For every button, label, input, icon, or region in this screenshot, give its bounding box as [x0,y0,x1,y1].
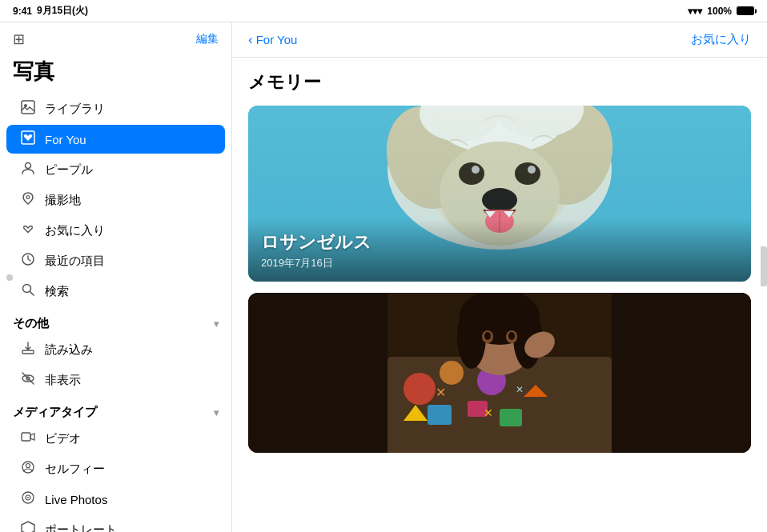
sidebar-item-for-you[interactable]: For You [6,125,225,154]
back-button[interactable]: ‹ For You [248,32,297,48]
sidebar-header-left: ⊞ [13,30,25,48]
content-nav: ‹ For You お気に入り [232,22,767,58]
sidebar-item-label-live-photos: Live Photos [45,493,212,506]
selfie-icon [19,460,37,478]
places-icon [19,191,37,209]
sidebar-item-portrait[interactable]: ポートレート [6,515,225,532]
svg-rect-7 [22,350,34,354]
sidebar-item-recent[interactable]: 最近の項目 [6,246,225,275]
svg-line-10 [22,373,34,384]
svg-text:✕: ✕ [484,406,493,419]
import-icon [19,341,37,358]
sidebar-title: 写真 [0,54,231,94]
left-indicator-dot [6,274,13,281]
sidebar-item-selfie[interactable]: セルフィー [6,454,225,483]
svg-point-1 [24,104,27,107]
search-icon [19,282,37,300]
content-area: ‹ For You お気に入り メモリー [232,22,767,532]
wifi-icon: ▾▾▾ [688,6,702,17]
sidebar-item-label-import: 読み込み [45,342,212,358]
main-layout: ⊞ 編集 写真 ライブラリ [0,22,767,532]
content-title: メモリー [248,70,751,94]
chevron-down-icon-2: ▾ [214,407,219,418]
back-label: For You [256,33,298,46]
svg-point-4 [26,196,30,199]
svg-rect-11 [22,433,30,441]
sidebar-item-people[interactable]: ピープル [6,155,225,184]
video-icon [19,430,37,447]
side-button[interactable] [761,246,767,286]
memory-overlay-1: ロサンゼルス 2019年7月16日 [248,219,751,282]
date: 9月15日(火) [37,4,88,18]
favorite-button[interactable]: お気に入り [691,32,751,47]
sidebar-item-places[interactable]: 撮影地 [6,186,225,214]
status-right: ▾▾▾ 100% [688,6,754,17]
svg-point-56 [457,305,486,369]
chevron-down-icon: ▾ [214,318,219,330]
sidebar-item-label-favorites: お気に入り [45,223,212,238]
sidebar-item-label-places: 撮影地 [45,193,212,208]
sidebar-item-label-recent: 最近の項目 [45,254,212,269]
svg-rect-63 [248,293,388,453]
sidebar-item-library[interactable]: ライブラリ [6,94,225,123]
svg-point-43 [404,373,436,405]
sidebar-item-label-library: ライブラリ [45,102,212,117]
battery-percent: 100% [707,6,732,17]
library-icon [19,100,37,118]
favorites-icon [19,222,37,239]
svg-text:✕: ✕ [436,386,446,399]
sidebar-item-label-for-you: For You [45,133,212,146]
for-you-icon [19,130,37,148]
sidebar-item-label-video: ビデオ [45,431,212,446]
sidebar-item-live-photos[interactable]: Live Photos [6,485,225,514]
time: 9:41 [13,6,32,17]
sidebar-item-label-selfie: セルフィー [45,462,212,477]
recent-icon [19,252,37,270]
svg-rect-0 [22,101,34,114]
svg-point-13 [26,464,30,468]
svg-point-61 [508,332,515,340]
status-left: 9:41 9月15日(火) [13,4,88,18]
svg-point-16 [27,497,29,498]
memory-card-1[interactable]: ロサンゼルス 2019年7月16日 [248,106,751,282]
sidebar-item-label-search: 検索 [45,284,212,299]
edit-button[interactable]: 編集 [196,32,219,46]
section-header-media[interactable]: メディアタイプ ▾ [0,395,231,423]
sidebar-header: ⊞ 編集 [0,22,231,54]
sidebar-item-search[interactable]: 検索 [6,277,225,306]
svg-point-3 [26,163,31,169]
sidebar-toggle-icon: ⊞ [13,31,25,47]
svg-marker-17 [22,522,34,532]
battery-fill [737,7,753,14]
chevron-left-icon: ‹ [248,32,253,48]
svg-rect-46 [428,405,452,425]
sidebar-item-hidden[interactable]: 非表示 [6,366,225,394]
section-title-media: メディアタイプ [13,405,97,420]
status-bar: 9:41 9月15日(火) ▾▾▾ 100% [0,0,767,22]
people-icon [19,161,37,178]
battery-icon [737,6,754,15]
live-photos-icon [19,490,37,508]
sidebar-item-video[interactable]: ビデオ [6,424,225,453]
sidebar-item-label-people: ピープル [45,162,212,178]
sidebar: ⊞ 編集 写真 ライブラリ [0,22,232,532]
memory-date: 2019年7月16日 [261,256,738,270]
svg-point-60 [484,332,491,340]
svg-rect-48 [500,409,522,426]
content-scroll[interactable]: メモリー [232,58,767,532]
memory-card-2[interactable]: ✕ ✕ ✕ [248,293,751,453]
section-title-other: その他 [13,316,49,331]
hidden-icon [19,371,37,389]
sidebar-item-label-hidden: 非表示 [45,373,212,388]
svg-text:✕: ✕ [516,384,524,395]
svg-rect-64 [612,293,751,453]
sidebar-item-label-portrait: ポートレート [45,522,212,533]
section-header-other[interactable]: その他 ▾ [0,306,231,334]
sidebar-item-favorites[interactable]: お気に入り [6,216,225,245]
memory-location: ロサンゼルス [261,230,738,254]
sidebar-toggle-button[interactable]: ⊞ [13,30,25,48]
sidebar-item-import[interactable]: 読み込み [6,335,225,364]
svg-point-44 [440,361,464,385]
portrait-icon [19,521,37,532]
